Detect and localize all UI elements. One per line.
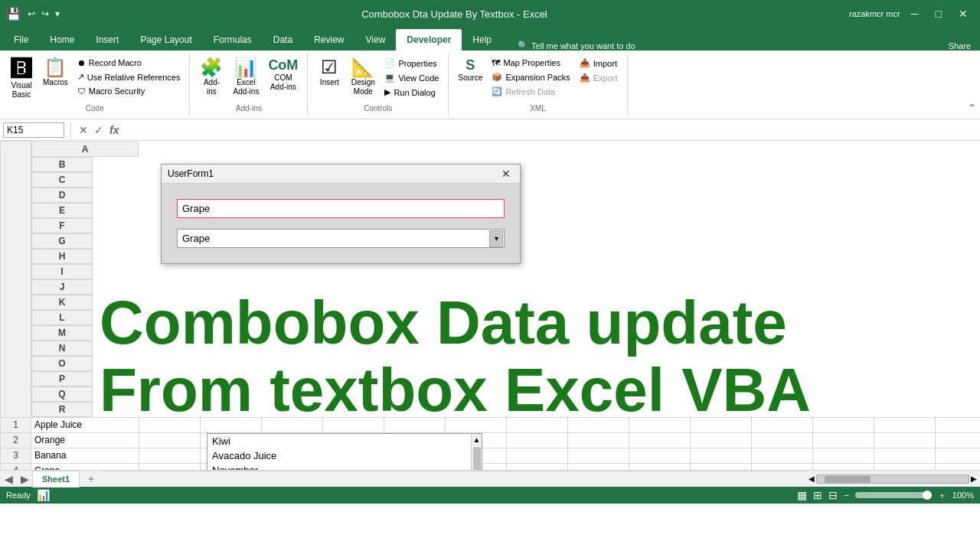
cell-j2[interactable] <box>629 432 690 448</box>
hscroll-thumb[interactable] <box>825 476 871 484</box>
tab-home[interactable]: Home <box>39 29 85 51</box>
cell-o2[interactable] <box>935 432 980 448</box>
dropdown-item-avacado[interactable]: Avacado Juice <box>207 448 471 463</box>
insert-function-icon[interactable]: fx <box>108 122 120 138</box>
col-header-g[interactable]: G <box>31 233 93 249</box>
cell-e1[interactable] <box>322 417 384 432</box>
formula-input[interactable] <box>123 123 977 137</box>
cell-o4[interactable] <box>935 463 980 470</box>
cell-b4[interactable] <box>139 463 200 470</box>
cell-h2[interactable] <box>506 432 567 448</box>
tab-data[interactable]: Data <box>263 29 303 51</box>
col-header-i[interactable]: I <box>31 264 93 279</box>
cell-i1[interactable] <box>567 417 629 432</box>
view-code-button[interactable]: 💻 View Code <box>381 71 442 84</box>
view-normal-icon[interactable]: ▦ <box>797 489 807 501</box>
cell-n4[interactable] <box>874 463 935 470</box>
scroll-thumb[interactable] <box>473 447 481 470</box>
col-header-l[interactable]: L <box>31 310 93 325</box>
cell-l2[interactable] <box>751 432 812 448</box>
tab-review[interactable]: Review <box>303 29 354 51</box>
cell-h1[interactable] <box>506 417 567 432</box>
cell-k2[interactable] <box>690 432 751 448</box>
import-button[interactable]: 📥 Import <box>577 57 621 70</box>
com-add-ins-button[interactable]: CoM COMAdd-ins <box>265 57 301 93</box>
refresh-data-button[interactable]: 🔄 Refresh Data <box>488 85 573 98</box>
col-header-q[interactable]: Q <box>31 386 93 402</box>
cell-k3[interactable] <box>690 448 751 463</box>
cancel-formula-icon[interactable]: ✕ <box>77 122 90 138</box>
dropdown-item-november[interactable]: November <box>207 463 471 470</box>
cell-i3[interactable] <box>567 448 629 463</box>
dropdown-scrollbar[interactable]: ▲ ▼ <box>471 434 482 470</box>
design-mode-button[interactable]: 📐 DesignMode <box>348 57 378 98</box>
col-header-a[interactable]: A <box>31 142 139 157</box>
export-button[interactable]: 📤 Export <box>577 71 621 84</box>
col-header-d[interactable]: D <box>31 187 93 203</box>
view-layout-icon[interactable]: ⊞ <box>813 489 822 501</box>
col-header-r[interactable]: R <box>31 402 93 417</box>
undo-icon[interactable]: ↩ <box>28 8 35 19</box>
use-relative-button[interactable]: ↗ Use Relative References <box>74 70 184 83</box>
cell-a4[interactable]: Grape <box>31 463 139 470</box>
share-button[interactable]: Share <box>949 41 971 51</box>
combobox-arrow[interactable]: ▾ <box>489 230 503 247</box>
userform-titlebar[interactable]: UserForm1 ✕ <box>162 165 520 184</box>
cell-i4[interactable] <box>567 463 629 470</box>
col-header-j[interactable]: J <box>31 279 93 295</box>
scroll-sheets-right[interactable]: ▶ <box>18 473 32 485</box>
name-box[interactable]: K15 <box>3 122 64 138</box>
cell-b2[interactable] <box>139 432 200 448</box>
tab-developer[interactable]: Developer <box>396 29 462 51</box>
cell-o1[interactable] <box>935 417 980 432</box>
cell-h4[interactable] <box>506 463 567 470</box>
view-break-icon[interactable]: ⊟ <box>828 489 838 501</box>
insert-control-button[interactable]: ☑ Insert <box>314 57 345 89</box>
record-macro-button[interactable]: ⏺ Record Macro <box>74 57 184 69</box>
col-header-b[interactable]: B <box>31 157 93 172</box>
cell-b3[interactable] <box>139 448 200 463</box>
cell-i2[interactable] <box>567 432 629 448</box>
cell-d1[interactable] <box>261 417 322 432</box>
col-header-n[interactable]: N <box>31 341 93 356</box>
cell-m2[interactable] <box>812 432 874 448</box>
cell-k1[interactable] <box>690 417 751 432</box>
cell-m1[interactable] <box>812 417 874 432</box>
visual-basic-button[interactable]: 🅱 VisualBasic <box>6 57 37 101</box>
expansion-packs-button[interactable]: 📦 Expansion Packs <box>488 70 573 83</box>
redo-icon[interactable]: ↪ <box>41 8 49 19</box>
sheet-tab-sheet1[interactable]: Sheet1 <box>32 471 80 487</box>
cell-j3[interactable] <box>629 448 690 463</box>
run-dialog-button[interactable]: ▶ Run Dialog <box>381 86 442 99</box>
zoom-out-icon[interactable]: − <box>844 491 848 500</box>
cell-n3[interactable] <box>874 448 935 463</box>
col-header-c[interactable]: C <box>31 172 93 187</box>
cell-j4[interactable] <box>629 463 690 470</box>
cell-a3[interactable]: Banana <box>31 448 139 463</box>
minimize-button[interactable]: ─ <box>905 6 925 21</box>
cell-j1[interactable] <box>629 417 690 432</box>
cell-c1[interactable] <box>200 417 261 432</box>
cell-f1[interactable] <box>384 417 445 432</box>
col-header-e[interactable]: E <box>31 203 93 218</box>
excel-add-ins-button[interactable]: 📊 ExcelAdd-ins <box>230 57 262 98</box>
add-sheet-button[interactable]: ＋ <box>80 471 103 487</box>
cell-h3[interactable] <box>506 448 567 463</box>
col-header-h[interactable]: H <box>31 249 93 264</box>
tab-file[interactable]: File <box>3 29 39 51</box>
tab-view[interactable]: View <box>355 29 397 51</box>
tab-page-layout[interactable]: Page Layout <box>129 29 202 51</box>
cell-l3[interactable] <box>751 448 812 463</box>
properties-button[interactable]: 📄 Properties <box>381 57 442 70</box>
scroll-up-icon[interactable]: ▲ <box>472 434 482 445</box>
cell-m4[interactable] <box>812 463 874 470</box>
cell-a2[interactable]: Orange <box>31 432 139 448</box>
hscroll-right[interactable]: ▶ <box>971 474 977 483</box>
cell-l4[interactable] <box>751 463 812 470</box>
maximize-button[interactable]: □ <box>929 6 948 21</box>
cell-l1[interactable] <box>751 417 812 432</box>
col-header-m[interactable]: M <box>31 325 93 341</box>
collapse-ribbon-icon[interactable]: ⌃ <box>968 102 977 114</box>
cell-g1[interactable] <box>445 417 506 432</box>
tab-insert[interactable]: Insert <box>85 29 129 51</box>
